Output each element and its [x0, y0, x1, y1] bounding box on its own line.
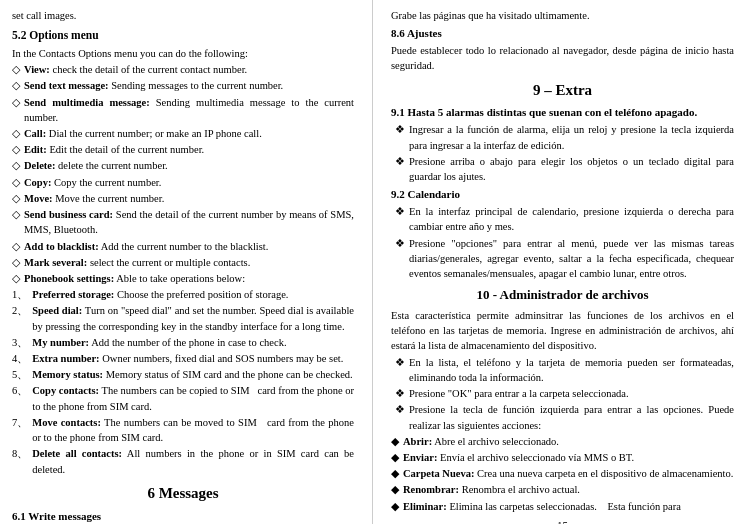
section92-items: ❖ En la interfaz principal de calendario…	[391, 204, 734, 281]
item-call: Call: Dial the current number; or make a…	[24, 126, 262, 141]
list-item: ❖ En la interfaz principal de calendario…	[391, 204, 734, 234]
chapter6-heading: 6 Messages	[12, 483, 354, 505]
list-item: 5、 Memory status: Memory status of SIM c…	[12, 367, 354, 382]
item-copy-contacts: Copy contacts: The numbers can be copied…	[32, 383, 354, 413]
item-eliminar: Eliminar: Elimina las carpetas seleccion…	[403, 499, 681, 514]
item-carpeta-nueva: Carpeta Nueva: Crea una nueva carpeta en…	[403, 466, 733, 481]
item-memory-status: Memory status: Memory status of SIM card…	[32, 367, 352, 382]
set-call-images: set call images.	[12, 8, 354, 23]
item-delete: Delete: delete the current number.	[24, 158, 168, 173]
list-item: ◇ Edit: Edit the detail of the current n…	[12, 142, 354, 157]
item-speed-dial: Speed dial: Turn on "speed dial" and set…	[32, 303, 354, 333]
item-enviar: Enviar: Envía el archivo seleccionado ví…	[403, 450, 634, 465]
arrow-icon: ❖	[395, 236, 405, 251]
item-format: En la lista, el teléfono y la tarjeta de…	[409, 355, 734, 385]
item-edit: Edit: Edit the detail of the current num…	[24, 142, 204, 157]
list-item: ◇ Send business card: Send the detail of…	[12, 207, 354, 237]
list-item: ◆ Enviar: Envía el archivo seleccionado …	[391, 450, 734, 465]
list-item: 2、 Speed dial: Turn on "speed dial" and …	[12, 303, 354, 333]
bullet-icon: ◆	[391, 499, 399, 514]
num-icon: 4、	[12, 351, 28, 366]
item-renombrar: Renombrar: Renombra el archivo actual.	[403, 482, 580, 497]
section-52-intro: In the Contacts Options menu you can do …	[12, 46, 354, 61]
list-item: ◆ Abrir: Abre el archivo seleccionado.	[391, 434, 734, 449]
item-blacklist: Add to blacklist: Add the current number…	[24, 239, 268, 254]
item-business-card: Send business card: Send the detail of t…	[24, 207, 354, 237]
list-item: ◇ View: check the detail of the current …	[12, 62, 354, 77]
list-item: ◇ Add to blacklist: Add the current numb…	[12, 239, 354, 254]
list-item: ◇ Call: Dial the current number; or make…	[12, 126, 354, 141]
item-copy: Copy: Copy the current number.	[24, 175, 161, 190]
item-cal-2: Presione "opciones" para entrar al menú,…	[409, 236, 734, 282]
bullet-icon: ◆	[391, 466, 399, 481]
list-item: ◇ Send multimedia message: Sending multi…	[12, 95, 354, 125]
section61-heading: 6.1 Write messages	[12, 509, 354, 524]
right-page-number: 15	[391, 518, 734, 524]
list-item: 7、 Move contacts: The numbers can be mov…	[12, 415, 354, 445]
arrow-icon: ❖	[395, 204, 405, 219]
diamond-icon: ◇	[12, 271, 20, 286]
section91-heading: 9.1 Hasta 5 alarmas distintas que suenan…	[391, 105, 734, 121]
diamond-icon: ❖	[395, 402, 405, 417]
item-move: Move: Move the current number.	[24, 191, 164, 206]
num-icon: 1、	[12, 287, 28, 302]
list-item: ❖ Presione "OK" para entrar a la carpeta…	[391, 386, 734, 401]
list-item: ❖ Presione "opciones" para entrar al men…	[391, 236, 734, 282]
item-alarm-1: Ingresar a la función de alarma, elija u…	[409, 122, 734, 152]
list-item: ◇ Send text message: Sending messages to…	[12, 78, 354, 93]
diamond-icon: ◇	[12, 239, 20, 254]
item-mark: Mark several: select the current or mult…	[24, 255, 250, 270]
num-icon: 5、	[12, 367, 28, 382]
list-item: 8、 Delete all contacts: All numbers in t…	[12, 446, 354, 476]
item-abrir: Abrir: Abre el archivo seleccionado.	[403, 434, 559, 449]
list-item: ◇ Copy: Copy the current number.	[12, 175, 354, 190]
list-item: ❖ Presione la tecla de función izquierda…	[391, 402, 734, 432]
num-icon: 7、	[12, 415, 28, 430]
num-icon: 6、	[12, 383, 28, 398]
diamond-icon: ◇	[12, 158, 20, 173]
diamond-icon: ◇	[12, 78, 20, 93]
arrow-icon: ❖	[395, 154, 405, 169]
list-item: ❖ En la lista, el teléfono y la tarjeta …	[391, 355, 734, 385]
arrow-icon: ❖	[395, 122, 405, 137]
item-alarm-2: Presione arriba o abajo para elegir los …	[409, 154, 734, 184]
right-page-text: Grabe las páginas que ha visitado ultima…	[391, 8, 734, 524]
item-move-contacts: Move contacts: The numbers can be moved …	[32, 415, 354, 445]
item-view: View: check the detail of the current co…	[24, 62, 247, 77]
diamond-icon: ❖	[395, 355, 405, 370]
item-send-mms: Send multimedia message: Sending multime…	[24, 95, 354, 125]
chapter10-diamond-items: ❖ En la lista, el teléfono y la tarjeta …	[391, 355, 734, 433]
diamond-icon: ◇	[12, 175, 20, 190]
list-item: 6、 Copy contacts: The numbers can be cop…	[12, 383, 354, 413]
list-item: ◇ Mark several: select the current or mu…	[12, 255, 354, 270]
item-preferred: Preferred storage: Choose the preferred …	[32, 287, 288, 302]
section-52-heading: 5.2 Options menu	[12, 27, 354, 44]
item-send-text: Send text message: Sending messages to t…	[24, 78, 283, 93]
diamond-icon: ◇	[12, 207, 20, 222]
diamond-icon: ◇	[12, 126, 20, 141]
grabe-intro: Grabe las páginas que ha visitado ultima…	[391, 8, 734, 23]
item-opciones: Presione la tecla de función izquierda p…	[409, 402, 734, 432]
section91-items: ❖ Ingresar a la función de alarma, elija…	[391, 122, 734, 184]
num-icon: 3、	[12, 335, 28, 350]
section92-heading: 9.2 Calendario	[391, 187, 734, 203]
list-item: 1、 Preferred storage: Choose the preferr…	[12, 287, 354, 302]
chapter9-heading: 9 – Extra	[391, 80, 734, 102]
item-delete-all: Delete all contacts: All numbers in the …	[32, 446, 354, 476]
list-item: 3、 My number: Add the number of the phon…	[12, 335, 354, 350]
item-phonebook: Phonebook settings: Able to take operati…	[24, 271, 245, 286]
page-container: set call images. 5.2 Options menu In the…	[0, 0, 746, 524]
num-icon: 2、	[12, 303, 28, 318]
diamond-icon: ◇	[12, 142, 20, 157]
list-item: ◆ Carpeta Nueva: Crea una nueva carpeta …	[391, 466, 734, 481]
section86-text: Puede establecer todo lo relacionado al …	[391, 43, 734, 73]
diamond-icon: ◇	[12, 62, 20, 77]
diamond-icon: ◇	[12, 255, 20, 270]
diamond-icon: ◇	[12, 191, 20, 206]
numbered-list: 1、 Preferred storage: Choose the preferr…	[12, 287, 354, 477]
list-item: ❖ Ingresar a la función de alarma, elija…	[391, 122, 734, 152]
bullet-icon: ◆	[391, 450, 399, 465]
bullet-icon: ◆	[391, 434, 399, 449]
chapter10-intro: Esta característica permite adminsitrar …	[391, 308, 734, 354]
left-column: set call images. 5.2 Options menu In the…	[0, 0, 373, 524]
